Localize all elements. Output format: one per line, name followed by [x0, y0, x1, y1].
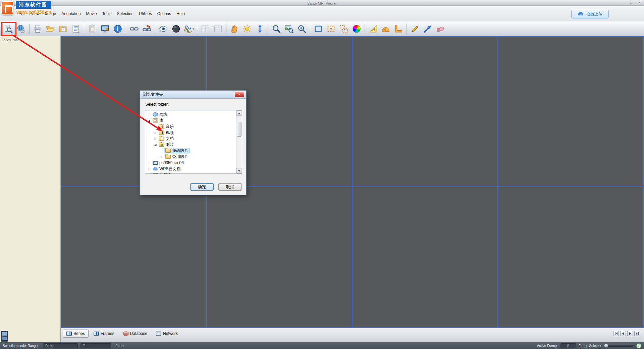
tree-item[interactable]: ▷ 计算机 — [145, 172, 242, 174]
toolbar-separator — [268, 24, 268, 34]
tree-item[interactable]: ▷ 文档 — [145, 136, 242, 142]
tree-item[interactable]: ◢ 图片 — [145, 142, 242, 148]
scroll-up-icon[interactable] — [236, 110, 242, 116]
menu-item[interactable]: Utilities — [136, 10, 155, 17]
maximize-button[interactable]: □ — [629, 0, 634, 5]
toolbar-separator — [407, 24, 407, 34]
magnify-glass-button[interactable] — [283, 22, 296, 35]
tree-item-label: 图片 — [166, 142, 174, 148]
expand-toggle-icon[interactable]: ▷ — [153, 131, 158, 134]
folder-icon — [153, 161, 158, 165]
dialog-title-bar[interactable]: 浏览文件夹 — [140, 91, 246, 99]
tree-item[interactable]: 我的图片 — [145, 148, 242, 154]
tree-item[interactable]: ▷ WPS云文档 — [145, 166, 242, 172]
color-palette-button[interactable] — [350, 22, 363, 35]
folder-icon — [153, 118, 158, 122]
export-report-button[interactable] — [69, 22, 82, 35]
expand-toggle-icon[interactable]: ▷ — [153, 137, 158, 140]
menu-item[interactable]: Options — [155, 10, 174, 17]
volume-3d-button[interactable] — [170, 22, 182, 35]
link-tools-button[interactable] — [141, 22, 153, 35]
zoom-plus-icon[interactable]: + — [636, 343, 641, 348]
tree-item[interactable]: ▷ 音乐 — [145, 123, 242, 130]
previous-frame-button[interactable] — [620, 331, 626, 336]
menu-item[interactable]: Annotation — [59, 10, 83, 17]
pencil-button[interactable] — [409, 22, 421, 35]
multi-region-select-button[interactable] — [337, 22, 350, 35]
bottom-tab-bar: Series Frames Database Network — [61, 328, 644, 342]
lut-palette-button[interactable]: ▾ — [182, 22, 195, 35]
tree-item[interactable]: ◢ 库 — [145, 117, 242, 123]
expand-toggle-icon[interactable]: ◢ — [147, 119, 151, 122]
close-button[interactable]: × — [637, 0, 642, 5]
link-series-button[interactable] — [128, 22, 141, 35]
window-level-button[interactable] — [254, 22, 266, 35]
bottom-tab[interactable]: Frames — [90, 330, 118, 338]
tree-item[interactable]: ▷ 视频 — [145, 130, 242, 136]
ok-button[interactable]: 确定 — [190, 183, 214, 191]
reset-button[interactable]: Reset — [115, 344, 124, 348]
folder-icon — [159, 143, 164, 147]
series-pane: Series Pane — [0, 36, 61, 342]
expand-toggle-icon[interactable]: ◢ — [153, 143, 158, 146]
menu-item[interactable]: Movie — [84, 10, 100, 17]
bottom-tab[interactable]: Series — [63, 330, 89, 338]
expand-toggle-icon[interactable]: ▷ — [147, 167, 151, 170]
minimize-button[interactable]: – — [621, 0, 625, 5]
cancel-button[interactable]: 取消 — [218, 183, 242, 191]
menu-item[interactable]: Help — [174, 10, 187, 17]
layout-2x2-button[interactable] — [199, 22, 212, 35]
drag-upload-button[interactable]: 拖拽上传 — [571, 10, 609, 18]
frame-selector-slider[interactable] — [604, 345, 634, 347]
zoom-button[interactable] — [270, 22, 283, 35]
color-wheel-icon — [353, 25, 361, 33]
bottom-tab[interactable]: Database — [119, 330, 151, 338]
tree-item[interactable]: ▷ 公用图片 — [145, 154, 242, 160]
scrollbar-thumb[interactable] — [237, 122, 241, 137]
brightness-button[interactable] — [241, 22, 254, 35]
dropdown-caret-icon: ▾ — [193, 28, 194, 31]
zoom-in-button[interactable] — [296, 22, 308, 35]
arrow-annotation-button[interactable] — [421, 22, 434, 35]
print-button[interactable] — [31, 22, 44, 35]
expand-toggle-icon[interactable]: ▷ — [147, 161, 151, 164]
browse-series-button[interactable] — [2, 22, 15, 35]
info-button[interactable] — [111, 22, 124, 35]
next-frame-button[interactable] — [627, 331, 633, 336]
menu-item[interactable]: Tools — [100, 10, 114, 17]
open-folder-button[interactable] — [44, 22, 57, 35]
from-field[interactable]: From: — [43, 343, 78, 348]
rectangle-select-button[interactable] — [312, 22, 325, 35]
to-field[interactable]: To: — [80, 343, 111, 348]
show-overlays-button[interactable] — [157, 22, 170, 35]
tree-item-label: 计算机 — [159, 172, 171, 174]
paste-button[interactable] — [86, 22, 99, 35]
open-files-button[interactable] — [57, 22, 69, 35]
open-web-folder-button[interactable] — [15, 22, 28, 35]
pan-hand-button[interactable] — [228, 22, 241, 35]
scroll-down-icon[interactable] — [236, 168, 242, 173]
tree-item[interactable]: ▷ 网络 — [145, 111, 242, 117]
layout-grid-button[interactable] — [212, 22, 224, 35]
first-frame-button[interactable] — [613, 331, 619, 336]
eraser-button[interactable] — [434, 22, 447, 35]
expand-toggle-icon[interactable]: ▷ — [147, 173, 151, 174]
angle-measure-button[interactable] — [392, 22, 405, 35]
last-frame-button[interactable] — [634, 331, 640, 336]
expand-toggle-icon[interactable]: ▷ — [153, 125, 158, 128]
triangle-ruler-button[interactable] — [367, 22, 379, 35]
upload-button-label: 拖拽上传 — [586, 11, 602, 17]
tree-item-label: WPS云文档 — [159, 166, 180, 172]
region-select-button[interactable] — [325, 22, 337, 35]
bottom-tab[interactable]: Network — [152, 330, 181, 338]
menu-item[interactable]: Selection — [114, 10, 136, 17]
expand-toggle-icon[interactable]: ▷ — [159, 155, 164, 158]
expand-toggle-icon[interactable]: ▷ — [147, 113, 151, 116]
slider-knob[interactable] — [604, 344, 608, 348]
tree-scrollbar[interactable] — [236, 110, 242, 173]
dialog-close-button[interactable]: × — [235, 92, 244, 97]
workstation-settings-button[interactable] — [99, 22, 111, 35]
tree-item[interactable]: ▷ pc0359.cn-06 — [145, 160, 242, 166]
protractor-button[interactable] — [379, 22, 392, 35]
tree-item-label: 库 — [159, 118, 163, 123]
